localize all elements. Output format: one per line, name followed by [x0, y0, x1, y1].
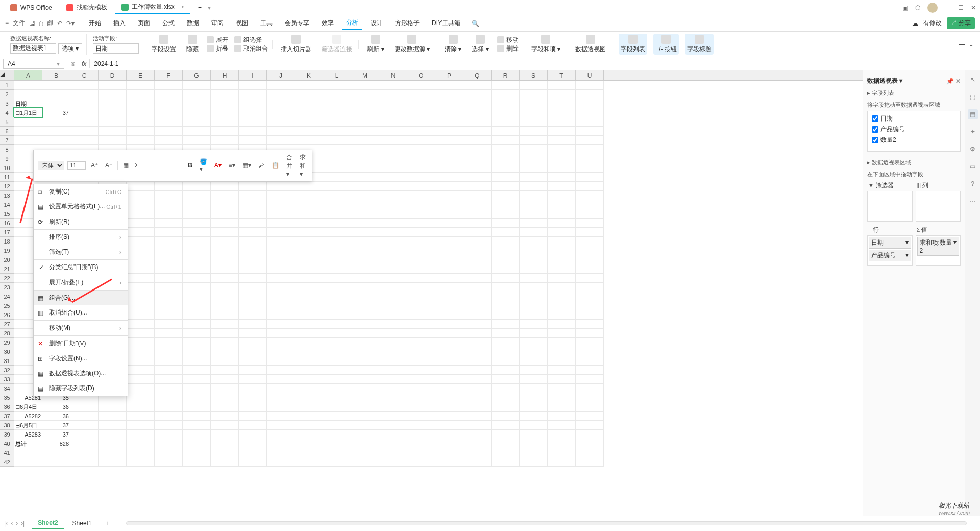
cell[interactable]: [463, 402, 492, 412]
cell[interactable]: [323, 246, 351, 255]
cell[interactable]: [379, 90, 407, 99]
cell[interactable]: [435, 329, 463, 338]
col-header[interactable]: P: [435, 70, 463, 80]
cell[interactable]: [407, 457, 435, 467]
cell[interactable]: [407, 356, 435, 366]
redo-icon[interactable]: ↷▾: [66, 20, 75, 27]
cell[interactable]: [435, 200, 463, 209]
cell[interactable]: [576, 375, 604, 384]
cell[interactable]: [492, 430, 520, 439]
cell[interactable]: [183, 430, 211, 439]
undo-icon[interactable]: ↶: [57, 20, 62, 27]
cell[interactable]: [576, 237, 604, 246]
cell[interactable]: [407, 136, 435, 145]
cell[interactable]: [239, 421, 267, 430]
row-zone[interactable]: 日期▾ 产品编号▾: [867, 235, 913, 266]
cell[interactable]: [14, 448, 42, 457]
cell[interactable]: [407, 117, 435, 127]
cell[interactable]: [492, 191, 520, 200]
cell[interactable]: [239, 356, 267, 366]
cell[interactable]: [576, 173, 604, 182]
align-icon[interactable]: ≡▾: [227, 161, 237, 170]
cell[interactable]: [127, 320, 155, 329]
cell[interactable]: [295, 209, 323, 219]
cell[interactable]: [435, 393, 463, 402]
tab-workbook[interactable]: 工作簿数量.xlsx•: [115, 1, 190, 14]
cell[interactable]: [239, 448, 267, 457]
cell[interactable]: [155, 200, 183, 209]
cm-ungroup[interactable]: ▥取消组合(U)...: [34, 305, 128, 320]
cm-copy[interactable]: ⧉复制(C)Ctrl+C: [34, 184, 128, 199]
cell[interactable]: [576, 329, 604, 338]
row-header[interactable]: 29: [0, 338, 14, 347]
cell[interactable]: [323, 430, 351, 439]
cell[interactable]: [267, 108, 295, 117]
col-header[interactable]: B: [42, 70, 70, 80]
panel-tool-icon[interactable]: ▤: [968, 109, 978, 119]
cell[interactable]: [239, 117, 267, 127]
cell[interactable]: [183, 274, 211, 283]
cell[interactable]: [492, 117, 520, 127]
insert-slicer-button[interactable]: 插入切片器: [279, 34, 313, 55]
cell[interactable]: [267, 457, 295, 467]
cell[interactable]: [323, 191, 351, 200]
cell[interactable]: [155, 127, 183, 136]
cell[interactable]: [379, 384, 407, 393]
next-sheet-icon[interactable]: ›: [15, 519, 19, 528]
cell[interactable]: [183, 301, 211, 310]
cell[interactable]: [267, 430, 295, 439]
cell[interactable]: [211, 99, 239, 108]
cell[interactable]: [99, 457, 127, 467]
cell[interactable]: [548, 255, 576, 264]
cell[interactable]: [548, 329, 576, 338]
cell[interactable]: [99, 421, 127, 430]
cell[interactable]: [463, 329, 492, 338]
cell[interactable]: [267, 99, 295, 108]
cell[interactable]: [351, 209, 379, 219]
cell[interactable]: [42, 136, 70, 145]
cell[interactable]: [351, 246, 379, 255]
cell[interactable]: [520, 366, 548, 375]
cell[interactable]: [463, 136, 492, 145]
cell[interactable]: [576, 90, 604, 99]
cell[interactable]: [155, 439, 183, 448]
cell[interactable]: [183, 412, 211, 421]
cell[interactable]: [351, 173, 379, 182]
cell[interactable]: [211, 301, 239, 310]
cell[interactable]: [576, 439, 604, 448]
cell[interactable]: [239, 136, 267, 145]
cell[interactable]: [463, 163, 492, 173]
cell[interactable]: [267, 246, 295, 255]
cell[interactable]: [520, 81, 548, 90]
add-tab-button[interactable]: +▾: [192, 1, 217, 14]
cell[interactable]: [155, 347, 183, 356]
cell[interactable]: [520, 329, 548, 338]
cell[interactable]: [576, 246, 604, 255]
cell[interactable]: [435, 136, 463, 145]
cell[interactable]: [267, 209, 295, 219]
tab-docer[interactable]: 找稻壳模板: [60, 1, 113, 14]
cell[interactable]: [155, 237, 183, 246]
cell[interactable]: [520, 117, 548, 127]
cell[interactable]: [127, 338, 155, 347]
cell[interactable]: 828: [42, 439, 70, 448]
cell[interactable]: [548, 393, 576, 402]
cell[interactable]: [183, 347, 211, 356]
cell[interactable]: [295, 127, 323, 136]
cell[interactable]: [520, 448, 548, 457]
cell[interactable]: 37: [42, 430, 70, 439]
cell[interactable]: [435, 81, 463, 90]
cell[interactable]: [379, 292, 407, 301]
cell[interactable]: [576, 154, 604, 163]
cell[interactable]: [127, 421, 155, 430]
cell[interactable]: [323, 209, 351, 219]
cell[interactable]: [239, 292, 267, 301]
menu-icon[interactable]: ≡: [5, 20, 9, 27]
row-header[interactable]: 8: [0, 145, 14, 154]
cell[interactable]: [351, 320, 379, 329]
cell[interactable]: [463, 173, 492, 182]
cell[interactable]: ⊟1月1日: [14, 108, 42, 117]
group-selection-button[interactable]: 组选择: [234, 36, 268, 44]
cell[interactable]: [183, 237, 211, 246]
cell[interactable]: [267, 200, 295, 209]
